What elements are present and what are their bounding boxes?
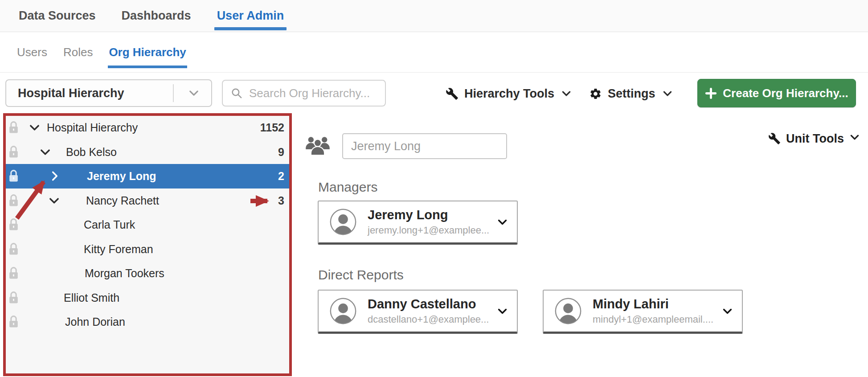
lock-icon bbox=[8, 218, 19, 232]
settings-menu[interactable]: Settings bbox=[589, 73, 673, 114]
chevron-down-icon[interactable] bbox=[497, 217, 508, 228]
avatar bbox=[329, 297, 357, 325]
hierarchy-tools-menu[interactable]: Hierarchy Tools bbox=[446, 73, 572, 114]
subnav-tab-users[interactable]: Users bbox=[16, 43, 48, 62]
user-card-jeremy-long[interactable]: Jeremy Longjeremy.long+1@examplee... bbox=[318, 201, 518, 245]
managers-cards: Jeremy Longjeremy.long+1@examplee... bbox=[318, 201, 518, 245]
tree-node-label: Kitty Foreman bbox=[84, 242, 153, 255]
chevron-down-icon bbox=[662, 88, 673, 99]
top-tab-dashboards[interactable]: Dashboards bbox=[122, 0, 191, 32]
card-texts: Danny Castellanodcastellano+1@examplee..… bbox=[368, 297, 497, 325]
chevron-down-icon[interactable] bbox=[29, 122, 40, 133]
top-tab-data-sources[interactable]: Data Sources bbox=[19, 0, 96, 32]
subnav-tab-org-hierarchy[interactable]: Org Hierarchy bbox=[108, 43, 187, 62]
plus-icon bbox=[705, 87, 717, 99]
org-unit-icon bbox=[305, 135, 331, 157]
gear-icon bbox=[589, 87, 602, 100]
top-nav: Data SourcesDashboardsUser Admin bbox=[0, 0, 868, 32]
tree-node-john-dorian[interactable]: John Dorian bbox=[4, 310, 291, 334]
user-name: Danny Castellano bbox=[368, 297, 497, 311]
lock-icon bbox=[8, 121, 19, 135]
user-card-mindy-lahiri[interactable]: Mindy Lahirimindyl+1@exampleemail.... bbox=[543, 290, 743, 334]
wrench-icon bbox=[768, 132, 781, 145]
toolbar: Hospital Hierarchy Hierarchy Tools bbox=[0, 73, 868, 114]
chevron-down-icon[interactable] bbox=[188, 87, 200, 99]
chevron-right-icon[interactable] bbox=[49, 171, 60, 182]
tree-node-label: Hospital Hierarchy bbox=[47, 121, 138, 134]
chevron-down-icon bbox=[849, 132, 860, 146]
tree-node-count: 1152 bbox=[260, 121, 284, 134]
search-icon bbox=[231, 87, 243, 99]
user-name: Jeremy Long bbox=[368, 208, 497, 222]
create-org-hierarchy-button[interactable]: Create Org Hierarchy... bbox=[697, 79, 856, 107]
user-name: Mindy Lahiri bbox=[593, 297, 722, 311]
tree-node-nancy-rachett[interactable]: Nancy Rachett3 bbox=[4, 188, 291, 213]
chevron-down-icon bbox=[561, 88, 572, 99]
tree-node-label: Morgan Tookers bbox=[85, 267, 164, 280]
hierarchy-select-value: Hospital Hierarchy bbox=[18, 86, 124, 100]
wrench-icon bbox=[446, 87, 459, 100]
org-tree-panel: Hospital Hierarchy1152Bob Kelso9Jeremy L… bbox=[4, 114, 291, 376]
tree-node-label: Elliot Smith bbox=[64, 291, 119, 304]
lock-icon bbox=[8, 193, 19, 207]
user-email: dcastellano+1@examplee... bbox=[368, 314, 497, 325]
tree-node-carla-turk[interactable]: Carla Turk bbox=[4, 213, 291, 237]
card-texts: Mindy Lahirimindyl+1@exampleemail.... bbox=[593, 297, 722, 325]
app-window: Data SourcesDashboardsUser Admin UsersRo… bbox=[0, 0, 868, 377]
settings-label: Settings bbox=[608, 87, 655, 101]
tree-node-hospital-hierarchy[interactable]: Hospital Hierarchy1152 bbox=[4, 115, 291, 140]
hierarchy-select[interactable]: Hospital Hierarchy bbox=[5, 79, 212, 107]
avatar bbox=[329, 208, 357, 236]
direct-reports-cards: Danny Castellanodcastellano+1@examplee..… bbox=[318, 290, 743, 334]
select-divider bbox=[173, 84, 174, 102]
unit-name-input[interactable] bbox=[342, 133, 507, 159]
tree-node-jeremy-long[interactable]: Jeremy Long2 bbox=[4, 164, 291, 188]
hierarchy-tools-label: Hierarchy Tools bbox=[464, 87, 554, 101]
lock-icon bbox=[8, 315, 19, 329]
user-email: mindyl+1@exampleemail.... bbox=[593, 314, 722, 325]
tree-node-elliot-smith[interactable]: Elliot Smith bbox=[4, 286, 291, 310]
unit-tools-menu[interactable]: Unit Tools bbox=[768, 127, 860, 150]
top-nav-tabs: Data SourcesDashboardsUser Admin bbox=[19, 0, 310, 32]
search-input[interactable] bbox=[248, 86, 384, 101]
unit-tools-label: Unit Tools bbox=[786, 132, 844, 146]
tree-node-bob-kelso[interactable]: Bob Kelso9 bbox=[4, 140, 291, 164]
org-tree: Hospital Hierarchy1152Bob Kelso9Jeremy L… bbox=[4, 115, 291, 334]
tree-node-count: 2 bbox=[278, 170, 284, 183]
direct-reports-heading: Direct Reports bbox=[318, 267, 404, 283]
managers-heading: Managers bbox=[318, 180, 377, 195]
lock-icon bbox=[8, 266, 19, 280]
lock-icon bbox=[8, 145, 19, 159]
tree-node-label: John Dorian bbox=[65, 316, 125, 328]
lock-icon bbox=[8, 291, 19, 304]
lock-icon bbox=[8, 242, 19, 256]
avatar bbox=[554, 297, 582, 325]
tree-node-label: Jeremy Long bbox=[87, 170, 156, 183]
top-tab-user-admin[interactable]: User Admin bbox=[217, 0, 284, 32]
org-hierarchy-search bbox=[222, 80, 386, 107]
tree-node-morgan-tookers[interactable]: Morgan Tookers bbox=[4, 261, 291, 286]
tree-node-kitty-foreman[interactable]: Kitty Foreman bbox=[4, 237, 291, 262]
chevron-down-icon[interactable] bbox=[49, 195, 60, 206]
user-card-danny-castellano[interactable]: Danny Castellanodcastellano+1@examplee..… bbox=[318, 290, 518, 334]
tree-node-label: Carla Turk bbox=[84, 218, 135, 231]
subnav: UsersRolesOrg Hierarchy bbox=[0, 33, 868, 73]
chevron-down-icon[interactable] bbox=[497, 306, 508, 317]
lock-icon bbox=[8, 169, 19, 183]
card-texts: Jeremy Longjeremy.long+1@examplee... bbox=[368, 208, 497, 236]
subnav-tab-roles[interactable]: Roles bbox=[62, 43, 94, 62]
create-org-hierarchy-label: Create Org Hierarchy... bbox=[723, 86, 848, 100]
tree-node-count: 9 bbox=[278, 145, 284, 158]
user-email: jeremy.long+1@examplee... bbox=[368, 225, 497, 236]
tree-node-label: Bob Kelso bbox=[66, 145, 117, 158]
tree-node-label: Nancy Rachett bbox=[86, 194, 159, 207]
tree-node-count: 3 bbox=[278, 194, 284, 207]
subnav-tabs: UsersRolesOrg Hierarchy bbox=[16, 43, 201, 62]
chevron-down-icon[interactable] bbox=[722, 306, 733, 317]
chevron-down-icon[interactable] bbox=[40, 146, 51, 157]
